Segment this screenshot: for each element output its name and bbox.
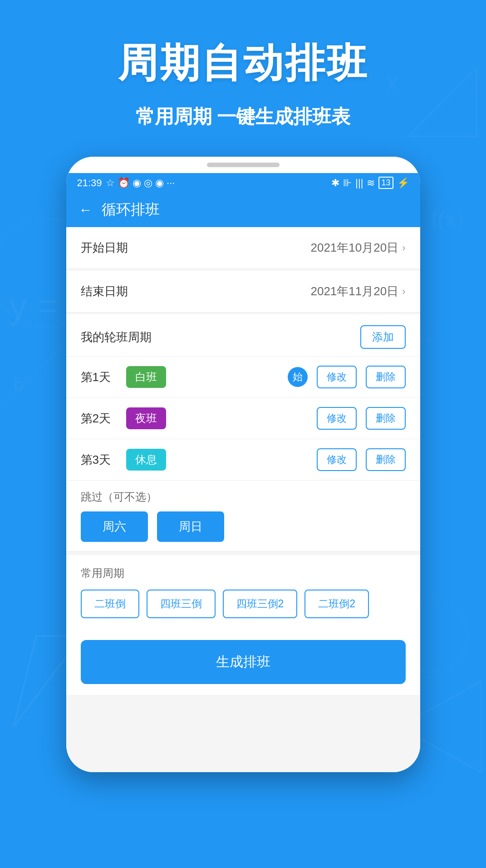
- shift-row-3: 第3天 休息 修改 删除: [66, 439, 420, 481]
- app-title: 循环排班: [102, 200, 160, 220]
- back-button[interactable]: ←: [79, 202, 93, 218]
- common-buttons: 二班倒 四班三倒 四班三倒2 二班倒2: [81, 590, 406, 618]
- app-header: ← 循环排班: [66, 193, 420, 227]
- edit-button-1[interactable]: 修改: [317, 366, 357, 388]
- shift-row-2: 第2天 夜班 修改 删除: [66, 398, 420, 439]
- generate-button[interactable]: 生成排班: [81, 640, 406, 684]
- skip-buttons: 周六 周日: [81, 511, 406, 542]
- phone-mockup-container: 21:39 ☆ ⏰ ◉ ◎ ◉ ··· ✱ ⊪ ||| ≋ 13 ⚡ ← 循环排…: [0, 157, 486, 772]
- edit-button-2[interactable]: 修改: [317, 407, 357, 430]
- notch-bar: [207, 163, 280, 167]
- end-date-label: 结束日期: [81, 283, 128, 299]
- status-left: 21:39 ☆ ⏰ ◉ ◎ ◉ ···: [77, 177, 175, 189]
- end-date-value: 2021年11月20日: [310, 283, 398, 299]
- shift-day-2: 第2天: [81, 411, 117, 427]
- end-date-chevron-icon: ›: [402, 286, 405, 298]
- signal2-icon: |||: [355, 177, 363, 189]
- shift-day-1: 第1天: [81, 369, 117, 385]
- rotation-label: 我的轮班周期: [81, 329, 152, 345]
- end-date-row[interactable]: 结束日期 2021年11月20日 ›: [66, 271, 420, 312]
- status-right: ✱ ⊪ ||| ≋ 13 ⚡: [331, 177, 409, 189]
- cycle-button-1[interactable]: 二班倒: [81, 590, 139, 618]
- cycle-button-2[interactable]: 四班三倒: [147, 590, 216, 618]
- shift-day-3: 第3天: [81, 452, 117, 468]
- phone-mockup: 21:39 ☆ ⏰ ◉ ◎ ◉ ··· ✱ ⊪ ||| ≋ 13 ⚡ ← 循环排…: [66, 157, 420, 772]
- main-title: 周期自动排班: [0, 36, 486, 90]
- delete-button-1[interactable]: 删除: [366, 366, 406, 388]
- shift-badge-3: 休息: [126, 449, 166, 471]
- sub-title: 常用周期 一键生成排班表: [0, 104, 486, 129]
- common-title: 常用周期: [81, 566, 406, 580]
- cycle-button-3[interactable]: 四班三倒2: [223, 590, 298, 618]
- start-date-row[interactable]: 开始日期 2021年10月20日 ›: [66, 227, 420, 269]
- start-date-value: 2021年10月20日: [310, 240, 398, 256]
- signal-icon: ⊪: [343, 177, 352, 189]
- battery-icon: 13: [378, 177, 393, 189]
- wifi-icon: ≋: [367, 177, 375, 189]
- generate-section: 生成排班: [66, 629, 420, 695]
- skip-title: 跳过（可不选）: [81, 490, 406, 504]
- rotation-section-header: 我的轮班周期 添加: [66, 314, 420, 357]
- start-date-chevron-icon: ›: [402, 242, 405, 254]
- delete-button-2[interactable]: 删除: [366, 407, 406, 430]
- edit-button-3[interactable]: 修改: [317, 448, 357, 471]
- start-circle-1: 始: [288, 367, 308, 387]
- charge-icon: ⚡: [397, 177, 409, 189]
- hero-section: 周期自动排班 常用周期 一键生成排班表: [0, 0, 486, 129]
- delete-button-3[interactable]: 删除: [366, 448, 406, 471]
- bluetooth-icon: ✱: [331, 177, 339, 189]
- add-button[interactable]: 添加: [360, 325, 406, 349]
- cycle-button-4[interactable]: 二班倒2: [304, 590, 369, 618]
- status-bar: 21:39 ☆ ⏰ ◉ ◎ ◉ ··· ✱ ⊪ ||| ≋ 13 ⚡: [66, 173, 420, 193]
- shift-badge-2: 夜班: [126, 407, 166, 429]
- content-area: 开始日期 2021年10月20日 › 结束日期 2021年11月20日 › 我的…: [66, 227, 420, 772]
- skip-section: 跳过（可不选） 周六 周日: [66, 481, 420, 551]
- status-icons: ☆ ⏰ ◉ ◎ ◉ ···: [106, 177, 175, 189]
- shift-row-1: 第1天 白班 始 修改 删除: [66, 357, 420, 398]
- skip-sunday-button[interactable]: 周日: [157, 511, 224, 542]
- start-date-value-area: 2021年10月20日 ›: [310, 240, 405, 256]
- common-section: 常用周期 二班倒 四班三倒 四班三倒2 二班倒2: [66, 555, 420, 629]
- phone-notch: [66, 157, 420, 173]
- status-time: 21:39: [77, 177, 102, 189]
- start-date-label: 开始日期: [81, 240, 128, 256]
- skip-saturday-button[interactable]: 周六: [81, 511, 148, 542]
- end-date-value-area: 2021年11月20日 ›: [310, 283, 405, 299]
- shift-badge-1: 白班: [126, 366, 166, 388]
